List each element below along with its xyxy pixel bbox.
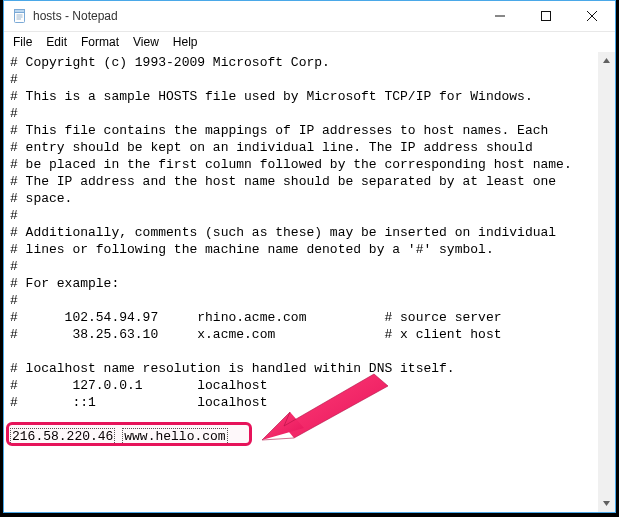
added-entry-ip: 216.58.220.46 [10, 428, 115, 445]
added-entry-host: www.hello.com [122, 428, 227, 445]
svg-marker-10 [603, 501, 610, 506]
menu-help[interactable]: Help [166, 34, 205, 50]
menu-view[interactable]: View [126, 34, 166, 50]
text-editor[interactable]: # Copyright (c) 1993-2009 Microsoft Corp… [6, 52, 597, 502]
menu-format[interactable]: Format [74, 34, 126, 50]
minimize-button[interactable] [477, 1, 523, 31]
svg-marker-9 [603, 58, 610, 63]
scroll-up-arrow-icon[interactable] [598, 52, 615, 69]
window-title: hosts - Notepad [33, 9, 118, 23]
client-area: # Copyright (c) 1993-2009 Microsoft Corp… [4, 52, 615, 512]
title-bar[interactable]: hosts - Notepad [4, 1, 615, 32]
maximize-button[interactable] [523, 1, 569, 31]
menu-edit[interactable]: Edit [39, 34, 74, 50]
notepad-window: hosts - Notepad File Edit Format View He… [3, 0, 616, 513]
svg-rect-1 [15, 10, 25, 13]
close-button[interactable] [569, 1, 615, 31]
notepad-icon [12, 8, 28, 24]
menu-bar: File Edit Format View Help [4, 32, 615, 52]
menu-file[interactable]: File [6, 34, 39, 50]
scroll-down-arrow-icon[interactable] [598, 495, 615, 512]
vertical-scrollbar[interactable] [597, 52, 615, 512]
svg-rect-6 [542, 12, 551, 21]
